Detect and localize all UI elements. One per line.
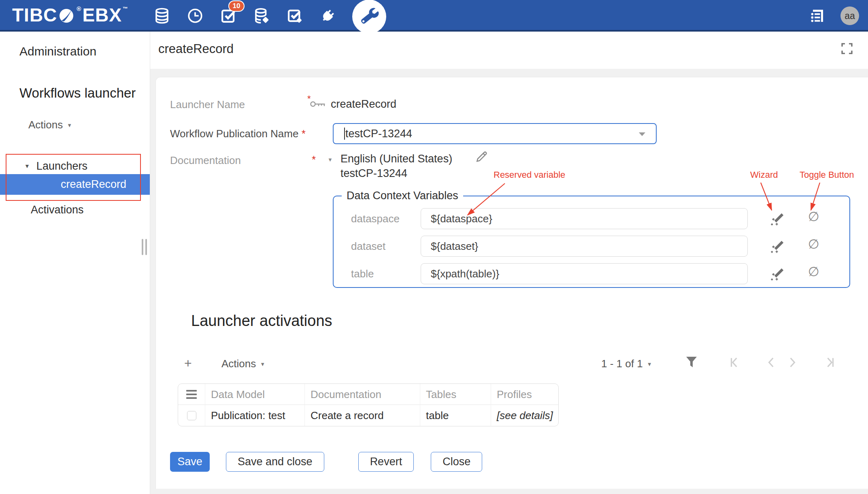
revert-button[interactable]: Revert [358, 452, 414, 472]
activations-table: Data Model Documentation Tables Profiles… [178, 383, 559, 426]
top-bar: TIBC®EBX™ 10 aa [0, 0, 868, 32]
validation-icon[interactable] [286, 7, 304, 25]
toggle-null-icon[interactable]: ∅ [808, 236, 819, 252]
dataspaces-icon[interactable] [153, 7, 171, 25]
edit-pencil-icon[interactable] [475, 150, 489, 166]
main-area: createRecord Launcher Name * createRecor… [150, 32, 868, 494]
annotation-toggle-button: Toggle Button [800, 170, 854, 180]
toggle-null-icon[interactable]: ∅ [808, 209, 819, 224]
required-asterisk: * [312, 153, 316, 166]
sidebar: Administration Workflows launcher Action… [0, 32, 150, 494]
context-variable-row: dataspace ∅ [334, 208, 849, 229]
pagination-next-icon[interactable] [787, 357, 798, 370]
variable-name: dataspace [351, 208, 404, 229]
record-count-selector[interactable]: 1 - 1 of 1▼ [601, 358, 652, 370]
tibco-ebx-logo: TIBC®EBX™ [12, 0, 129, 30]
column-header[interactable]: Documentation [304, 384, 420, 405]
sidebar-item-launchers[interactable]: ▼ Launchers [24, 157, 87, 175]
activations-actions-menu[interactable]: Actions▼ [221, 358, 265, 370]
cell-tables: table [420, 405, 491, 426]
page-title: createRecord [158, 42, 234, 56]
perspectives-list-icon[interactable] [808, 7, 826, 25]
required-asterisk: * [302, 128, 306, 140]
row-checkbox[interactable] [187, 411, 196, 420]
wizard-wand-icon[interactable] [770, 211, 785, 228]
text-cursor [344, 128, 345, 140]
drag-handle-icon[interactable] [178, 384, 205, 405]
cell-profiles[interactable]: [see details] [491, 405, 559, 426]
administration-wrench-icon[interactable] [352, 0, 386, 34]
variable-name: table [351, 263, 404, 284]
tree-expand-icon[interactable]: ▼ [24, 163, 30, 169]
tibco-o-swoosh-icon [57, 6, 75, 24]
chevron-down-icon: ▼ [67, 122, 72, 128]
integrations-plug-icon[interactable] [319, 7, 337, 25]
workflow-publication-name-combobox[interactable] [333, 123, 657, 144]
toggle-null-icon[interactable]: ∅ [808, 264, 819, 279]
chevron-down-icon: ▼ [647, 361, 652, 367]
locale-expand-icon[interactable]: ▼ [328, 157, 333, 163]
sidebar-item-createrecord[interactable]: createRecord [0, 174, 150, 195]
pagination-last-icon[interactable] [825, 357, 836, 370]
sidebar-resize-handle[interactable] [142, 239, 147, 255]
wizard-wand-icon[interactable] [770, 266, 785, 283]
sidebar-section-title: Administration [19, 45, 96, 58]
table-header-row: Data Model Documentation Tables Profiles [178, 384, 558, 405]
close-button[interactable]: Close [431, 452, 482, 472]
context-variable-row: dataset ∅ [334, 236, 849, 257]
form-card: Launcher Name * createRecord Workflow Pu… [155, 77, 868, 489]
data-models-icon[interactable] [253, 7, 270, 25]
add-activation-button[interactable]: + [184, 356, 192, 371]
documentation-label: Documentation [170, 154, 241, 167]
activations-heading: Launcher activations [191, 312, 332, 330]
sidebar-actions-menu[interactable]: Actions▼ [28, 119, 72, 131]
topbar-nav: 10 [153, 0, 386, 32]
annotation-wizard: Wizard [750, 170, 778, 180]
topbar-right: aa [808, 0, 859, 32]
main-body: Launcher Name * createRecord Workflow Pu… [150, 69, 868, 494]
launcher-name-label: Launcher Name [170, 98, 245, 111]
main-header: createRecord [150, 32, 868, 69]
variable-name: dataset [351, 236, 404, 257]
launcher-name-value: createRecord [331, 98, 396, 111]
cell-documentation: Create a record [304, 405, 420, 426]
user-avatar[interactable]: aa [840, 6, 859, 25]
tasks-icon[interactable]: 10 [219, 7, 237, 25]
trademark-mark: ™ [123, 6, 128, 12]
annotation-reserved-variable: Reserved variable [494, 170, 565, 180]
wizard-wand-icon[interactable] [770, 239, 785, 256]
filter-funnel-icon[interactable] [685, 356, 698, 370]
variable-value-input[interactable] [421, 208, 748, 229]
logo-ebx-text: EBX [82, 4, 122, 26]
save-and-close-button[interactable]: Save and close [226, 452, 324, 472]
sidebar-item-activations[interactable]: Activations [31, 204, 84, 216]
column-header[interactable]: Data Model [205, 384, 304, 405]
context-variable-row: table ∅ [334, 263, 849, 284]
pagination-prev-icon[interactable] [766, 357, 777, 370]
sidebar-page-title: Workflows launcher [19, 85, 136, 101]
fieldset-legend: Data Context Variables [342, 190, 463, 202]
notification-badge: 10 [228, 0, 245, 12]
documentation-locale: English (United States) [340, 153, 452, 165]
primary-key-icon: * [309, 97, 328, 111]
documentation-value: testCP-13244 [340, 167, 407, 180]
data-context-variables-fieldset: Data Context Variables dataspace ∅ datas… [333, 196, 850, 288]
registered-mark: ® [77, 5, 81, 12]
workflow-publication-name-label: Workflow Publication Name * [170, 128, 306, 140]
fullscreen-icon[interactable] [840, 42, 853, 57]
column-header[interactable]: Profiles [491, 384, 559, 405]
form-buttons: Save Save and close Revert Close [170, 452, 482, 472]
save-button[interactable]: Save [170, 452, 210, 472]
column-header[interactable]: Tables [420, 384, 491, 405]
chevron-down-icon: ▼ [260, 361, 265, 367]
required-asterisk: * [307, 94, 311, 104]
workflow-publication-name-input[interactable] [345, 128, 625, 140]
combobox-dropdown-icon[interactable] [639, 132, 645, 136]
variable-value-input[interactable] [421, 263, 748, 284]
history-clock-icon[interactable] [186, 7, 204, 25]
pagination-first-icon[interactable] [728, 357, 740, 370]
cell-data-model: Publication: test [205, 405, 304, 426]
table-row[interactable]: Publication: test Create a record table … [178, 405, 558, 426]
logo-tibc-text: TIBC [12, 4, 57, 26]
variable-value-input[interactable] [421, 236, 748, 257]
